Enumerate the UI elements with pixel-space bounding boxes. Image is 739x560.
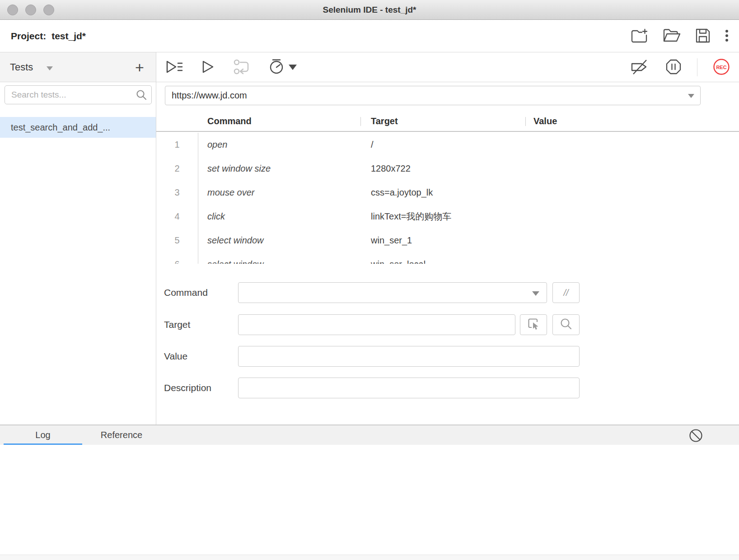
- stopwatch-icon: [268, 58, 285, 76]
- playback-toolbar: REC: [156, 52, 739, 82]
- new-project-button[interactable]: [631, 28, 649, 45]
- window-title: Selenium IDE - test_jd*: [0, 0, 739, 20]
- selenium-ide-window: Selenium IDE - test_jd* Project:test_jd*: [0, 0, 739, 560]
- row-number: 6: [156, 252, 198, 264]
- search-icon: [136, 89, 147, 103]
- step-over-icon: [233, 59, 250, 76]
- test-speed-control[interactable]: [268, 58, 297, 76]
- row-target: 1280x722: [371, 157, 411, 181]
- new-project-folder-plus-icon: [631, 28, 649, 45]
- table-row[interactable]: 5 select window win_ser_1: [156, 229, 739, 252]
- disable-breakpoints-button[interactable]: [629, 58, 650, 77]
- table-row[interactable]: 6 select window win_ser_local: [156, 252, 739, 264]
- tests-sidebar: Tests + test_search_and_add_...: [0, 52, 156, 425]
- project-name: test_jd*: [51, 31, 86, 41]
- row-target: linkText=我的购物车: [371, 205, 451, 229]
- row-target: win_ser_local: [371, 252, 426, 264]
- row-command: select window: [207, 252, 264, 264]
- clear-log-icon: [689, 429, 703, 444]
- tests-panel-label[interactable]: Tests: [10, 52, 33, 82]
- command-editor: Command // Target: [156, 264, 739, 425]
- project-label: Project:: [11, 31, 46, 41]
- find-target-search-icon: [559, 317, 573, 332]
- row-number: 2: [156, 157, 198, 181]
- open-project-button[interactable]: [662, 28, 681, 45]
- toolbar-divider: [697, 58, 697, 76]
- run-current-test-button[interactable]: [201, 59, 215, 76]
- url-row: [156, 82, 739, 112]
- run-all-tests-button[interactable]: [165, 59, 183, 76]
- row-number: 3: [156, 181, 198, 205]
- description-input[interactable]: [239, 378, 579, 398]
- tests-header: Tests +: [0, 52, 156, 82]
- play-icon: [201, 59, 215, 76]
- breakpoint-slash-icon: [629, 58, 650, 77]
- row-number: 1: [156, 133, 198, 157]
- select-target-cursor-icon: [526, 317, 541, 333]
- value-field-label: Value: [164, 346, 187, 367]
- test-list-item[interactable]: test_search_and_add_...: [0, 117, 156, 138]
- row-command: select window: [207, 229, 264, 252]
- add-test-button[interactable]: +: [130, 56, 150, 79]
- tab-reference[interactable]: Reference: [82, 425, 161, 445]
- window-bottom-edge: [0, 555, 739, 560]
- comment-toggle-button[interactable]: //: [552, 282, 580, 303]
- column-divider: [360, 117, 361, 126]
- more-options-button[interactable]: [725, 28, 729, 45]
- octagon-pause-icon: [665, 59, 682, 76]
- url-dropdown-caret-icon[interactable]: [688, 94, 694, 98]
- table-row[interactable]: 1 open /: [156, 133, 739, 157]
- tab-log[interactable]: Log: [4, 425, 82, 445]
- svg-text:REC: REC: [716, 64, 726, 70]
- row-command: open: [207, 133, 228, 157]
- row-command: set window size: [207, 157, 271, 181]
- clear-log-button[interactable]: [689, 429, 703, 444]
- record-button[interactable]: REC: [713, 58, 730, 77]
- select-target-button[interactable]: [520, 314, 547, 335]
- target-field-label: Target: [164, 314, 190, 335]
- project-title: Project:test_jd*: [11, 20, 86, 52]
- table-row[interactable]: 4 click linkText=我的购物车: [156, 205, 739, 229]
- row-number: 5: [156, 229, 198, 252]
- steps-table-header: Command Target Value: [156, 112, 739, 132]
- main-panel: REC Command Target Value: [156, 52, 739, 425]
- step-over-button: [233, 59, 250, 76]
- column-header-value: Value: [533, 112, 557, 132]
- command-dropdown-caret-icon: [532, 291, 539, 296]
- table-row[interactable]: 3 mouse over css=a.joytop_lk: [156, 181, 739, 205]
- row-target: /: [371, 133, 374, 157]
- tests-dropdown-caret-icon[interactable]: [47, 66, 53, 70]
- row-command: click: [207, 205, 225, 229]
- titlebar: Selenium IDE - test_jd*: [0, 0, 739, 20]
- row-target: win_ser_1: [371, 229, 412, 252]
- log-tab-bar: Log Reference: [0, 425, 739, 445]
- kebab-menu-icon: [725, 28, 729, 45]
- run-all-icon: [165, 59, 183, 76]
- steps-table: 1 open / 2 set window size 1280x722 3 mo…: [156, 133, 739, 264]
- record-icon: REC: [713, 58, 730, 77]
- column-header-target: Target: [371, 112, 398, 132]
- speed-dropdown-caret-icon: [289, 65, 297, 70]
- row-command: mouse over: [207, 181, 255, 205]
- target-input[interactable]: [239, 315, 515, 335]
- command-field-label: Command: [164, 282, 208, 303]
- project-bar: Project:test_jd*: [0, 20, 739, 52]
- save-project-button[interactable]: [695, 28, 711, 45]
- base-url-input[interactable]: [165, 86, 701, 105]
- row-target: css=a.joytop_lk: [371, 181, 433, 205]
- column-header-command: Command: [207, 112, 252, 132]
- pause-on-exceptions-button[interactable]: [665, 59, 682, 76]
- value-input[interactable]: [239, 346, 579, 366]
- save-floppy-icon: [695, 28, 711, 45]
- row-number: 4: [156, 205, 198, 229]
- open-project-folder-icon: [662, 28, 681, 45]
- table-row[interactable]: 2 set window size 1280x722: [156, 157, 739, 181]
- description-field-label: Description: [164, 378, 211, 398]
- find-target-button[interactable]: [552, 314, 580, 335]
- log-content-panel: [0, 445, 739, 555]
- column-divider: [525, 117, 526, 126]
- command-select[interactable]: [238, 282, 547, 303]
- search-tests-input[interactable]: [5, 85, 152, 104]
